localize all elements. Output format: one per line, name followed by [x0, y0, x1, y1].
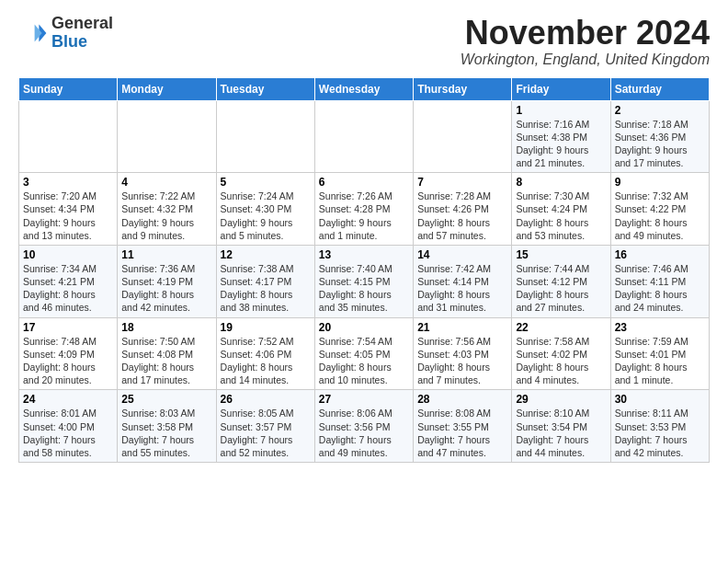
- day-info: Sunrise: 8:08 AM Sunset: 3:55 PM Dayligh…: [417, 407, 507, 459]
- day-info: Sunrise: 7:42 AM Sunset: 4:14 PM Dayligh…: [417, 262, 507, 315]
- day-number: 7: [417, 176, 507, 189]
- calendar-cell: 30Sunrise: 8:11 AM Sunset: 3:53 PM Dayli…: [610, 390, 709, 463]
- day-info: Sunrise: 7:20 AM Sunset: 4:34 PM Dayligh…: [23, 190, 113, 242]
- day-number: 17: [23, 321, 113, 334]
- day-info: Sunrise: 8:10 AM Sunset: 3:54 PM Dayligh…: [516, 407, 606, 459]
- day-info: Sunrise: 8:05 AM Sunset: 3:57 PM Dayligh…: [221, 407, 311, 459]
- calendar-cell: 13Sunrise: 7:40 AM Sunset: 4:15 PM Dayli…: [314, 245, 413, 317]
- day-info: Sunrise: 7:32 AM Sunset: 4:22 PM Dayligh…: [615, 190, 705, 242]
- day-number: 19: [221, 321, 311, 334]
- logo-text: General Blue: [51, 15, 113, 52]
- day-number: 5: [221, 176, 311, 189]
- header: General Blue November 2024 Workington, E…: [18, 15, 710, 68]
- calendar-cell: 19Sunrise: 7:52 AM Sunset: 4:06 PM Dayli…: [216, 317, 314, 390]
- calendar-cell: 2Sunrise: 7:18 AM Sunset: 4:36 PM Daylig…: [610, 100, 709, 173]
- day-number: 10: [23, 248, 113, 261]
- day-info: Sunrise: 7:28 AM Sunset: 4:26 PM Dayligh…: [417, 190, 507, 242]
- day-number: 24: [23, 393, 113, 406]
- day-info: Sunrise: 7:48 AM Sunset: 4:09 PM Dayligh…: [23, 335, 113, 387]
- calendar-cell: [216, 100, 314, 173]
- calendar-cell: 23Sunrise: 7:59 AM Sunset: 4:01 PM Dayli…: [610, 317, 709, 390]
- day-info: Sunrise: 7:50 AM Sunset: 4:08 PM Dayligh…: [121, 335, 211, 387]
- day-info: Sunrise: 7:24 AM Sunset: 4:30 PM Dayligh…: [221, 190, 311, 242]
- day-info: Sunrise: 7:38 AM Sunset: 4:17 PM Dayligh…: [221, 262, 311, 315]
- day-info: Sunrise: 7:52 AM Sunset: 4:06 PM Dayligh…: [221, 335, 311, 387]
- day-info: Sunrise: 7:40 AM Sunset: 4:15 PM Dayligh…: [319, 262, 409, 315]
- calendar-cell: 6Sunrise: 7:26 AM Sunset: 4:28 PM Daylig…: [314, 173, 413, 246]
- calendar-cell: 20Sunrise: 7:54 AM Sunset: 4:05 PM Dayli…: [314, 317, 413, 390]
- calendar-cell: 25Sunrise: 8:03 AM Sunset: 3:58 PM Dayli…: [118, 390, 216, 463]
- day-number: 18: [121, 321, 211, 334]
- weekday-cell: Friday: [512, 77, 610, 100]
- weekday-cell: Saturday: [610, 77, 709, 100]
- day-info: Sunrise: 7:30 AM Sunset: 4:24 PM Dayligh…: [516, 190, 606, 242]
- calendar-cell: 7Sunrise: 7:28 AM Sunset: 4:26 PM Daylig…: [414, 173, 512, 246]
- day-number: 20: [319, 321, 409, 334]
- calendar-cell: 12Sunrise: 7:38 AM Sunset: 4:17 PM Dayli…: [216, 245, 314, 317]
- day-info: Sunrise: 7:18 AM Sunset: 4:36 PM Dayligh…: [615, 118, 705, 170]
- day-info: Sunrise: 7:58 AM Sunset: 4:02 PM Dayligh…: [516, 335, 606, 387]
- calendar-cell: 14Sunrise: 7:42 AM Sunset: 4:14 PM Dayli…: [414, 245, 512, 317]
- day-number: 11: [121, 248, 211, 261]
- day-number: 30: [615, 393, 705, 406]
- calendar-body: 1Sunrise: 7:16 AM Sunset: 4:38 PM Daylig…: [19, 100, 710, 462]
- day-number: 29: [516, 393, 606, 406]
- calendar-cell: 9Sunrise: 7:32 AM Sunset: 4:22 PM Daylig…: [610, 173, 709, 246]
- day-number: 25: [121, 393, 211, 406]
- calendar-week-row: 3Sunrise: 7:20 AM Sunset: 4:34 PM Daylig…: [19, 173, 710, 246]
- day-number: 8: [516, 176, 606, 189]
- day-number: 21: [417, 321, 507, 334]
- weekday-cell: Tuesday: [216, 77, 314, 100]
- day-info: Sunrise: 8:06 AM Sunset: 3:56 PM Dayligh…: [319, 407, 409, 459]
- day-info: Sunrise: 8:01 AM Sunset: 4:00 PM Dayligh…: [23, 407, 113, 459]
- calendar-cell: 8Sunrise: 7:30 AM Sunset: 4:24 PM Daylig…: [512, 173, 610, 246]
- weekday-cell: Sunday: [19, 77, 118, 100]
- calendar-cell: 17Sunrise: 7:48 AM Sunset: 4:09 PM Dayli…: [19, 317, 118, 390]
- calendar-cell: 11Sunrise: 7:36 AM Sunset: 4:19 PM Dayli…: [118, 245, 216, 317]
- calendar-week-row: 24Sunrise: 8:01 AM Sunset: 4:00 PM Dayli…: [19, 390, 710, 463]
- day-number: 23: [615, 321, 705, 334]
- day-number: 6: [319, 176, 409, 189]
- calendar-cell: 21Sunrise: 7:56 AM Sunset: 4:03 PM Dayli…: [414, 317, 512, 390]
- day-info: Sunrise: 7:34 AM Sunset: 4:21 PM Dayligh…: [23, 262, 113, 315]
- calendar-cell: [414, 100, 512, 173]
- weekday-cell: Thursday: [414, 77, 512, 100]
- day-info: Sunrise: 8:03 AM Sunset: 3:58 PM Dayligh…: [121, 407, 211, 459]
- day-info: Sunrise: 7:46 AM Sunset: 4:11 PM Dayligh…: [615, 262, 705, 315]
- calendar-cell: 15Sunrise: 7:44 AM Sunset: 4:12 PM Dayli…: [512, 245, 610, 317]
- calendar-week-row: 10Sunrise: 7:34 AM Sunset: 4:21 PM Dayli…: [19, 245, 710, 317]
- logo-blue: Blue: [51, 32, 87, 51]
- calendar-cell: 4Sunrise: 7:22 AM Sunset: 4:32 PM Daylig…: [118, 173, 216, 246]
- calendar-cell: [118, 100, 216, 173]
- day-number: 28: [417, 393, 507, 406]
- calendar-cell: 27Sunrise: 8:06 AM Sunset: 3:56 PM Dayli…: [314, 390, 413, 463]
- calendar-week-row: 17Sunrise: 7:48 AM Sunset: 4:09 PM Dayli…: [19, 317, 710, 390]
- day-info: Sunrise: 7:56 AM Sunset: 4:03 PM Dayligh…: [417, 335, 507, 387]
- calendar-cell: 29Sunrise: 8:10 AM Sunset: 3:54 PM Dayli…: [512, 390, 610, 463]
- calendar-week-row: 1Sunrise: 7:16 AM Sunset: 4:38 PM Daylig…: [19, 100, 710, 173]
- day-number: 4: [121, 176, 211, 189]
- day-info: Sunrise: 7:59 AM Sunset: 4:01 PM Dayligh…: [615, 335, 705, 387]
- calendar-header: SundayMondayTuesdayWednesdayThursdayFrid…: [19, 77, 710, 100]
- page: General Blue November 2024 Workington, E…: [0, 0, 728, 472]
- weekday-cell: Monday: [118, 77, 216, 100]
- day-info: Sunrise: 7:54 AM Sunset: 4:05 PM Dayligh…: [319, 335, 409, 387]
- day-number: 3: [23, 176, 113, 189]
- day-number: 1: [516, 104, 606, 117]
- day-number: 15: [516, 248, 606, 261]
- day-info: Sunrise: 7:26 AM Sunset: 4:28 PM Dayligh…: [319, 190, 409, 242]
- day-number: 27: [319, 393, 409, 406]
- day-number: 2: [615, 104, 705, 117]
- calendar-cell: 18Sunrise: 7:50 AM Sunset: 4:08 PM Dayli…: [118, 317, 216, 390]
- calendar-cell: 5Sunrise: 7:24 AM Sunset: 4:30 PM Daylig…: [216, 173, 314, 246]
- calendar-cell: 16Sunrise: 7:46 AM Sunset: 4:11 PM Dayli…: [610, 245, 709, 317]
- day-number: 22: [516, 321, 606, 334]
- calendar-cell: 1Sunrise: 7:16 AM Sunset: 4:38 PM Daylig…: [512, 100, 610, 173]
- day-info: Sunrise: 8:11 AM Sunset: 3:53 PM Dayligh…: [615, 407, 705, 459]
- day-info: Sunrise: 7:16 AM Sunset: 4:38 PM Dayligh…: [516, 118, 606, 170]
- calendar-cell: [314, 100, 413, 173]
- day-info: Sunrise: 7:22 AM Sunset: 4:32 PM Dayligh…: [121, 190, 211, 242]
- calendar-cell: 3Sunrise: 7:20 AM Sunset: 4:34 PM Daylig…: [19, 173, 118, 246]
- day-info: Sunrise: 7:36 AM Sunset: 4:19 PM Dayligh…: [121, 262, 211, 315]
- month-title: November 2024: [461, 15, 710, 52]
